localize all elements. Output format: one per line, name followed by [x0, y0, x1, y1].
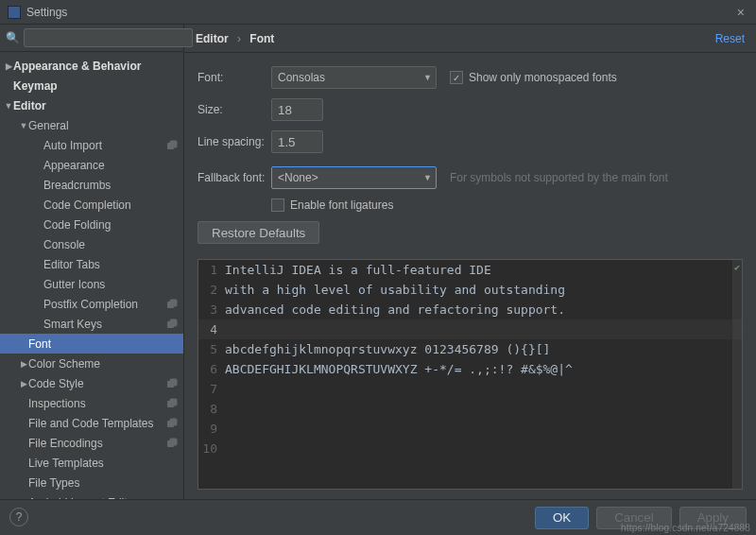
tree-node-label: Live Templates [28, 457, 178, 470]
tree-node-label: Appearance & Behavior [13, 60, 178, 73]
window-title: Settings [26, 6, 733, 19]
tree-node-font[interactable]: Font [0, 334, 183, 354]
tree-node-label: Postfix Completion [43, 298, 163, 311]
breadcrumb-root: Editor [196, 32, 229, 45]
tree-node-label: General [28, 119, 178, 132]
line-text [225, 319, 742, 339]
line-number: 2 [198, 280, 225, 300]
preview-line[interactable]: 8 [198, 399, 742, 419]
chevron-down-icon: ▼ [423, 73, 432, 82]
expand-arrow-icon [4, 61, 13, 71]
tree-node-label: File Types [28, 476, 178, 490]
preview-line[interactable]: 4 [198, 319, 742, 339]
tree-node-keymap[interactable]: Keymap [0, 76, 183, 95]
line-number: 5 [198, 339, 225, 359]
tree-node-inspections[interactable]: Inspections [0, 393, 183, 413]
ligatures-checkbox[interactable] [271, 198, 284, 212]
titlebar: Settings × [0, 0, 756, 25]
ok-button[interactable]: OK [535, 507, 589, 529]
expand-arrow-icon [19, 359, 28, 369]
settings-tree[interactable]: Appearance & BehaviorKeymapEditorGeneral… [0, 52, 183, 499]
tree-node-smart-keys[interactable]: Smart Keys [0, 314, 183, 334]
tree-node-code-completion[interactable]: Code Completion [0, 195, 183, 215]
tree-node-general[interactable]: General [0, 115, 183, 135]
monospace-only-checkbox[interactable] [450, 71, 463, 84]
settings-panel: Editor › Font Reset Font: Consolas ▼ Sho… [184, 25, 756, 499]
line-text [225, 399, 742, 419]
line-text: ABCDEFGHIJKLMNOPQRSTUVWXYZ +-*/= .,;:!? … [225, 359, 742, 379]
close-icon[interactable]: × [733, 5, 748, 20]
breadcrumb: Editor › Font [196, 32, 274, 45]
font-preview-editor[interactable]: ✔ 1IntelliJ IDEA is a full-featured IDE2… [198, 259, 743, 490]
preview-line[interactable]: 3advanced code editing and refactoring s… [198, 300, 742, 319]
line-text: IntelliJ IDEA is a full-featured IDE [225, 260, 742, 280]
tree-node-label: Color Scheme [28, 357, 178, 371]
tree-node-postfix-completion[interactable]: Postfix Completion [0, 294, 183, 314]
tree-node-label: Smart Keys [43, 318, 163, 331]
size-label: Size: [198, 103, 271, 116]
tree-node-color-scheme[interactable]: Color Scheme [0, 354, 183, 373]
preview-line[interactable]: 1IntelliJ IDEA is a full-featured IDE [198, 260, 742, 280]
line-number: 4 [198, 319, 225, 339]
preview-line[interactable]: 7 [198, 379, 742, 399]
reset-link[interactable]: Reset [715, 32, 745, 45]
tree-node-editor[interactable]: Editor [0, 95, 183, 115]
preview-line[interactable]: 10 [198, 439, 742, 458]
tree-node-file-types[interactable]: File Types [0, 473, 183, 492]
chevron-down-icon: ▼ [423, 173, 432, 182]
tree-node-label: Appearance [43, 159, 178, 172]
preview-line[interactable]: 5abcdefghijklmnopqrstuvwxyz 0123456789 (… [198, 339, 742, 359]
preview-line[interactable]: 6ABCDEFGHIJKLMNOPQRSTUVWXYZ +-*/= .,;:!?… [198, 359, 742, 379]
breadcrumb-leaf: Font [249, 32, 274, 45]
dialog-footer: ? OK Cancel Apply [0, 499, 756, 535]
fallback-font-value: <None> [278, 171, 318, 184]
search-input[interactable] [24, 28, 193, 47]
tree-node-console[interactable]: Console [0, 234, 183, 254]
tree-node-label: File Encodings [28, 437, 163, 450]
cancel-button[interactable]: Cancel [596, 507, 672, 529]
line-number: 6 [198, 359, 225, 379]
size-input[interactable] [271, 98, 323, 121]
tree-node-file-encodings[interactable]: File Encodings [0, 433, 183, 453]
line-spacing-input[interactable] [271, 130, 323, 153]
fallback-font-label: Fallback font: [198, 171, 271, 184]
tree-node-android-layout-editor[interactable]: Android Layout Editor [0, 492, 183, 499]
preview-line[interactable]: 9 [198, 419, 742, 439]
tree-node-label: Code Style [28, 377, 163, 390]
tree-node-label: Gutter Icons [43, 278, 178, 291]
line-text [225, 379, 742, 399]
fallback-font-combobox[interactable]: <None> ▼ [271, 166, 437, 189]
preview-line[interactable]: 2with a high level of usability and outs… [198, 280, 742, 300]
settings-tree-panel: 🔍 Appearance & BehaviorKeymapEditorGener… [0, 25, 184, 499]
tree-node-code-folding[interactable]: Code Folding [0, 215, 183, 234]
line-number: 3 [198, 300, 225, 319]
apply-button[interactable]: Apply [679, 507, 747, 529]
tree-node-label: Font [28, 337, 178, 351]
tree-node-label: Code Completion [43, 198, 178, 212]
line-number: 7 [198, 379, 225, 399]
line-text: advanced code editing and refactoring su… [225, 300, 742, 319]
tree-node-appearance[interactable]: Appearance [0, 155, 183, 175]
svg-rect-13 [170, 439, 177, 445]
tree-node-appearance-behavior[interactable]: Appearance & Behavior [0, 56, 183, 76]
line-number: 9 [198, 419, 225, 439]
vertical-scrollbar[interactable] [732, 260, 742, 489]
restore-defaults-button[interactable]: Restore Defaults [198, 221, 319, 244]
svg-rect-7 [170, 379, 177, 386]
tree-node-live-templates[interactable]: Live Templates [0, 453, 183, 473]
tree-node-code-style[interactable]: Code Style [0, 373, 183, 393]
tree-node-file-and-code-templates[interactable]: File and Code Templates [0, 413, 183, 433]
tree-node-auto-import[interactable]: Auto Import [0, 135, 183, 155]
chevron-right-icon: › [237, 32, 241, 45]
font-combobox[interactable]: Consolas ▼ [271, 66, 437, 89]
tree-node-label: Code Folding [43, 218, 178, 232]
tree-node-editor-tabs[interactable]: Editor Tabs [0, 254, 183, 274]
font-form: Font: Consolas ▼ Show only monospaced fo… [184, 53, 756, 259]
svg-rect-1 [170, 141, 177, 147]
tree-node-breadcrumbs[interactable]: Breadcrumbs [0, 175, 183, 195]
tree-node-gutter-icons[interactable]: Gutter Icons [0, 274, 183, 294]
monospace-only-label: Show only monospaced fonts [469, 71, 617, 84]
svg-rect-5 [170, 319, 177, 326]
help-icon[interactable]: ? [9, 508, 28, 526]
line-text: abcdefghijklmnopqrstuvwxyz 0123456789 ()… [225, 339, 742, 359]
